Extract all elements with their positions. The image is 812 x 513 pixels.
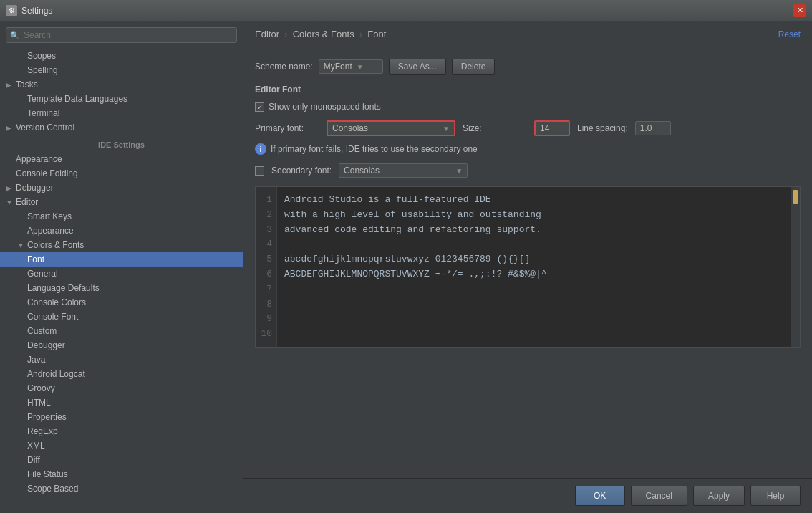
size-label: Size:: [463, 123, 527, 133]
sidebar-item-label: Scopes: [27, 51, 56, 61]
sidebar-item-terminal[interactable]: Terminal: [0, 106, 243, 120]
sidebar-item-debugger-colors[interactable]: Debugger: [0, 338, 243, 353]
panel-content: Scheme name: MyFont ▼ Save As... Delete …: [243, 47, 812, 478]
show-monospaced-label: Show only monospaced fonts: [269, 102, 381, 112]
sidebar-item-label: File Status: [27, 469, 68, 479]
apply-button[interactable]: Apply: [693, 486, 745, 506]
expand-arrow-icon: ▶: [6, 124, 16, 132]
sidebar-item-console-colors[interactable]: Console Colors: [0, 295, 243, 310]
sidebar-item-label: Tasks: [16, 80, 38, 90]
sidebar-item-regexp[interactable]: RegExp: [0, 424, 243, 438]
sidebar-item-label: Console Colors: [27, 297, 86, 307]
sidebar-item-appearance-ide[interactable]: Appearance: [0, 152, 243, 166]
close-button[interactable]: ✕: [793, 4, 806, 17]
sidebar-item-groovy[interactable]: Groovy: [0, 381, 243, 395]
chevron-down-icon: ▼: [357, 63, 364, 71]
sidebar-item-label: Appearance: [16, 154, 62, 164]
breadcrumb-text: Editor › Colors & Fonts › Font: [255, 29, 386, 39]
sidebar-item-tasks[interactable]: ▶ Tasks: [0, 77, 243, 92]
breadcrumb-sep1: ›: [284, 29, 289, 39]
sidebar-item-label: Custom: [27, 326, 57, 336]
sidebar-item-xml[interactable]: XML: [0, 438, 243, 453]
collapse-arrow-icon: ▼: [6, 198, 16, 206]
scheme-dropdown[interactable]: MyFont ▼: [319, 59, 383, 74]
primary-font-row: Primary font: Consolas ▼ Size: Line spac…: [255, 120, 801, 136]
sidebar-item-diff[interactable]: Diff: [0, 453, 243, 467]
sidebar-item-editor[interactable]: ▼ Editor: [0, 195, 243, 209]
sidebar-item-label: Editor: [16, 197, 38, 207]
sidebar-item-scopes[interactable]: Scopes: [0, 49, 243, 63]
sidebar-item-colors-fonts[interactable]: ▼ Colors & Fonts: [0, 238, 243, 252]
sidebar-item-general[interactable]: General: [0, 267, 243, 281]
preview-line-numbers: 1 2 3 4 5 6 7 8 9 10: [256, 187, 277, 347]
sidebar-item-console-font[interactable]: Console Font: [0, 310, 243, 324]
sidebar-item-label: Colors & Fonts: [27, 240, 84, 250]
delete-button[interactable]: Delete: [452, 59, 496, 75]
sidebar-item-console-folding[interactable]: Console Folding: [0, 166, 243, 181]
sidebar-item-spelling[interactable]: Spelling: [0, 63, 243, 77]
ide-settings-label: IDE Settings: [0, 135, 243, 152]
bottom-bar: OK Cancel Apply Help: [243, 478, 812, 513]
sidebar-item-label: XML: [27, 441, 45, 451]
scheme-name-label: Scheme name:: [255, 62, 313, 72]
secondary-font-value: Consolas: [344, 166, 451, 176]
search-wrap: 🔍: [6, 27, 237, 43]
size-input[interactable]: [534, 120, 570, 136]
primary-font-value: Consolas: [332, 123, 438, 133]
sidebar-item-smart-keys[interactable]: Smart Keys: [0, 209, 243, 224]
scheme-row: Scheme name: MyFont ▼ Save As... Delete: [255, 59, 801, 75]
help-button[interactable]: Help: [750, 486, 801, 506]
line-number: 1: [260, 193, 272, 208]
secondary-font-dropdown[interactable]: Consolas ▼: [339, 163, 468, 178]
search-input[interactable]: [6, 27, 237, 43]
sidebar-item-scope-based[interactable]: Scope Based: [0, 481, 243, 496]
breadcrumb-sep2: ›: [359, 29, 364, 39]
sidebar-item-label: RegExp: [27, 426, 58, 436]
preview-code: Android Studio is a full-featured IDE wi…: [277, 187, 791, 347]
search-icon: 🔍: [10, 31, 20, 40]
sidebar-item-debugger[interactable]: ▶ Debugger: [0, 181, 243, 195]
cancel-button[interactable]: Cancel: [631, 486, 687, 506]
search-box-wrap: 🔍: [0, 21, 243, 49]
sidebar-item-html[interactable]: HTML: [0, 395, 243, 410]
ok-button[interactable]: OK: [575, 486, 625, 506]
preview-scrollbar[interactable]: [791, 187, 800, 347]
sidebar-item-version-control[interactable]: ▶ Version Control: [0, 120, 243, 135]
save-as-button[interactable]: Save As...: [389, 59, 446, 75]
line-number: 9: [260, 312, 272, 327]
sidebar-item-template-data-languages[interactable]: Template Data Languages: [0, 92, 243, 106]
sidebar-item-android-logcat[interactable]: Android Logcat: [0, 367, 243, 381]
sidebar-item-label: Appearance: [27, 226, 74, 236]
reset-link[interactable]: Reset: [778, 29, 801, 39]
sidebar-item-label: Java: [27, 355, 45, 365]
line-spacing-input[interactable]: [635, 121, 671, 135]
sidebar-item-language-defaults[interactable]: Language Defaults: [0, 281, 243, 295]
expand-arrow-icon: ▶: [6, 81, 16, 89]
sidebar-item-label: Version Control: [16, 123, 74, 133]
sidebar-item-label: Groovy: [27, 383, 55, 393]
sidebar-item-file-status[interactable]: File Status: [0, 467, 243, 481]
sidebar-item-label: Diff: [27, 455, 40, 465]
line-number: 6: [260, 267, 272, 282]
window-title: Settings: [21, 6, 793, 16]
line-number: 3: [260, 223, 272, 238]
sidebar-item-font[interactable]: Font: [0, 252, 243, 267]
primary-font-label: Primary font:: [255, 123, 319, 133]
sidebar-item-properties[interactable]: Properties: [0, 410, 243, 424]
primary-font-dropdown[interactable]: Consolas ▼: [327, 120, 455, 136]
line-number: 8: [260, 297, 272, 312]
expand-arrow-icon: ▶: [6, 184, 16, 192]
sidebar-item-custom[interactable]: Custom: [0, 324, 243, 338]
sidebar-item-label: General: [27, 269, 58, 279]
info-icon: i: [255, 143, 266, 155]
sidebar-item-appearance-editor[interactable]: Appearance: [0, 224, 243, 238]
sidebar-item-java[interactable]: Java: [0, 353, 243, 367]
scheme-value: MyFont: [324, 62, 352, 72]
sidebar-item-label: Spelling: [27, 65, 58, 75]
scroll-thumb: [793, 190, 798, 204]
secondary-font-row: Secondary font: Consolas ▼: [255, 163, 801, 178]
show-monospaced-row: Show only monospaced fonts: [255, 102, 801, 112]
sidebar: 🔍 Scopes Spelling ▶ Tasks Template Data …: [0, 21, 243, 513]
show-monospaced-checkbox[interactable]: [255, 102, 264, 112]
secondary-font-checkbox[interactable]: [255, 166, 264, 176]
